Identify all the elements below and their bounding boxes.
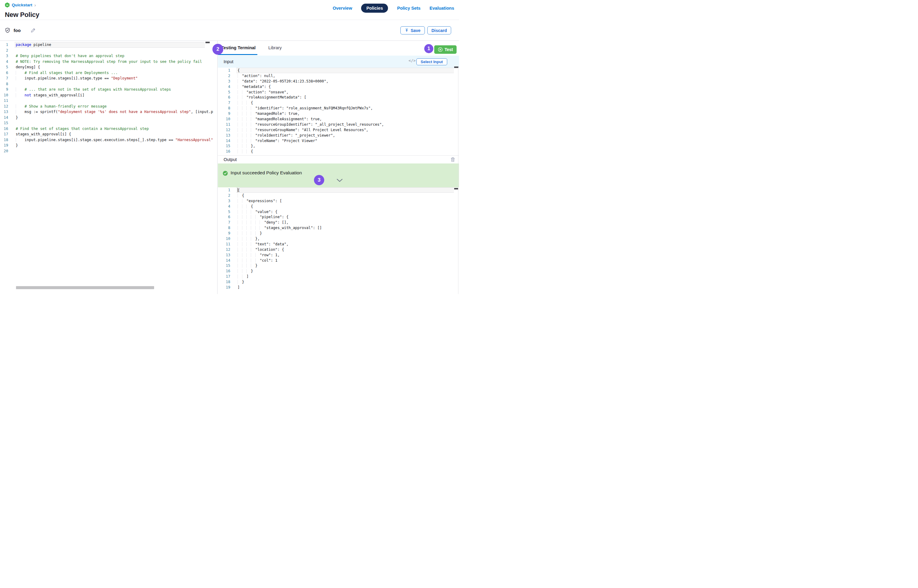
output-json-editor[interactable]: 1[2 {3 "expressions": [4 {5 "value": {6 …: [218, 187, 459, 294]
line-number: 6: [0, 71, 8, 75]
shield-check-icon: [5, 27, 10, 33]
line-number: 15: [0, 121, 8, 125]
line-number: 5: [0, 65, 8, 69]
line-number: 15: [218, 263, 230, 268]
line-number: 1: [218, 68, 230, 73]
code-line: 15 }: [218, 263, 459, 268]
line-number: 12: [218, 247, 230, 252]
code-line: 8 "identifier": "role_assignment_NsFQM43…: [218, 105, 459, 111]
code-line: 2 "action": null,: [218, 73, 459, 79]
code-line: 16# Find the set of stages that contain …: [0, 126, 217, 132]
line-number: 4: [0, 60, 8, 64]
tab-library[interactable]: Library: [268, 41, 282, 55]
line-number: 8: [218, 226, 230, 230]
trash-icon[interactable]: [450, 157, 456, 162]
code-line: 5 "value": {: [218, 209, 459, 215]
line-number: 15: [218, 144, 230, 148]
code-line: 3# Deny pipelines that don't have an app…: [0, 53, 217, 59]
code-line: 7 "deny": [],: [218, 220, 459, 225]
code-line: 3 "date": "2022-05-05T20:41:23.538+0000"…: [218, 79, 459, 84]
code-line: 8 "stages_with_approval": []: [218, 225, 459, 231]
line-number: 7: [0, 76, 8, 81]
line-number: 6: [218, 215, 230, 219]
line-number: 8: [0, 82, 8, 86]
code-line: 11 "text": "data",: [218, 241, 459, 247]
line-number: 4: [218, 85, 230, 89]
line-number: 5: [218, 90, 230, 94]
line-number: 19: [0, 143, 8, 147]
line-number: 13: [0, 110, 8, 114]
line-number: 14: [218, 258, 230, 263]
code-line: 6 "pipeline": {: [218, 214, 459, 220]
input-json-editor[interactable]: 1{2 "action": null,3 "date": "2022-05-05…: [218, 68, 459, 155]
nav-item-policies[interactable]: Policies: [361, 3, 388, 13]
line-number: 2: [218, 74, 230, 78]
line-number: 11: [218, 123, 230, 127]
line-number: 14: [218, 139, 230, 143]
chevron-down-icon[interactable]: [336, 178, 343, 183]
chevron-right-icon: ›: [34, 3, 36, 7]
test-button[interactable]: Test: [434, 45, 457, 54]
horizontal-scrollbar-thumb[interactable]: [16, 286, 154, 289]
active-tab-underline: [218, 54, 257, 55]
tab-testing-terminal[interactable]: Testing Terminal: [221, 41, 255, 55]
code-line: 15: [0, 120, 217, 126]
line-number: 3: [218, 79, 230, 83]
line-number: 10: [0, 93, 8, 97]
output-section-header: Output: [218, 155, 459, 163]
line-number: 16: [0, 127, 8, 131]
code-line: 13 "row": 1,: [218, 252, 459, 258]
output-label: Output: [224, 157, 237, 162]
code-line: 11 "resourceGroupIdentifier": "_all_proj…: [218, 122, 459, 127]
line-number: 16: [218, 149, 230, 153]
line-number: 12: [218, 128, 230, 132]
code-line: 19]: [218, 284, 459, 290]
code-line: 8: [0, 81, 217, 87]
code-line: 2: [0, 48, 217, 53]
select-input-button[interactable]: Select Input: [416, 58, 447, 65]
output-editor-ruler: [454, 188, 458, 189]
line-number: 13: [218, 133, 230, 137]
code-line: 3 "expressions": [: [218, 198, 459, 204]
discard-button[interactable]: Discard: [427, 26, 451, 34]
code-line: 5 "action": "onsave",: [218, 89, 459, 95]
line-number: 9: [218, 231, 230, 235]
nav-item-policy-sets[interactable]: Policy Sets: [397, 6, 420, 11]
line-number: 12: [0, 104, 8, 108]
line-number: 18: [0, 138, 8, 142]
step-badge-1: 1: [424, 44, 433, 53]
policy-code-editor[interactable]: 1package pipeline23# Deny pipelines that…: [0, 41, 218, 294]
nav-item-evaluations[interactable]: Evaluations: [430, 6, 454, 11]
evaluation-status-text: Input succeeded Policy Evaluation: [231, 170, 302, 176]
line-number: 1: [218, 188, 230, 192]
nav-item-overview[interactable]: Overview: [333, 6, 352, 11]
save-button[interactable]: Save: [400, 26, 425, 34]
line-number: 5: [218, 210, 230, 214]
edit-pencil-icon[interactable]: [31, 28, 36, 33]
code-line: 9 }: [218, 231, 459, 236]
code-line: 4# NOTE: Try removing the HarnessApprova…: [0, 59, 217, 65]
line-number: 17: [218, 275, 230, 279]
line-number: 3: [218, 199, 230, 203]
code-view-icon[interactable]: </>: [409, 58, 415, 63]
code-line: 12 "location": {: [218, 247, 459, 252]
code-line: 4 {: [218, 204, 459, 209]
top-nav: Overview Policies Policy Sets Evaluation…: [333, 3, 454, 13]
line-number: 11: [218, 242, 230, 246]
code-line: 1[: [218, 187, 459, 193]
line-number: 9: [0, 87, 8, 92]
breadcrumb-project-link[interactable]: Quickstart: [12, 3, 32, 7]
play-icon: [438, 47, 443, 52]
code-line: 1{: [218, 68, 459, 73]
line-number: 2: [0, 48, 8, 53]
code-line: 18 }: [218, 279, 459, 284]
code-line: 14 "col": 1: [218, 258, 459, 263]
code-line: 7 input.pipeline.stages[i].stage.type ==…: [0, 76, 217, 81]
code-line: 18 input.pipeline.stages[i].stage.spec.e…: [0, 137, 217, 143]
code-line: 4 "metadata": {: [218, 84, 459, 89]
code-line: 12 # Show a human-friendly error message: [0, 103, 217, 109]
step-badge-2: 2: [212, 44, 223, 55]
code-line: 9 # ... that are not in the set of stage…: [0, 87, 217, 92]
line-number: 7: [218, 220, 230, 225]
harness-logo-icon: ∞: [5, 2, 10, 8]
